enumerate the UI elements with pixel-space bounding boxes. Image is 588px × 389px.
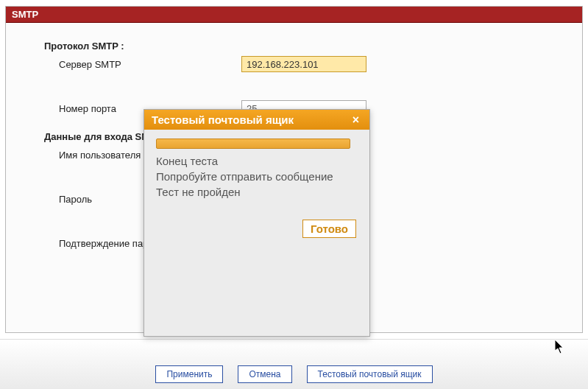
progress-bar — [156, 139, 350, 149]
cancel-button[interactable]: Отмена — [238, 365, 291, 383]
apply-button[interactable]: Применить — [155, 365, 223, 383]
dialog-line-2: Попробуйте отправить сообщение — [156, 169, 358, 184]
test-mailbox-dialog: Тестовый почтовый ящик × Конец теста Поп… — [144, 109, 370, 337]
server-input[interactable] — [241, 56, 366, 72]
dialog-body: Конец теста Попробуйте отправить сообщен… — [144, 130, 369, 336]
row-server: Сервер SMTP — [21, 56, 567, 72]
dialog-line-1: Конец теста — [156, 153, 358, 169]
panel-title: SMTP — [6, 7, 582, 23]
close-icon[interactable]: × — [350, 114, 362, 126]
done-button[interactable]: Готово — [302, 220, 356, 238]
footer-bar: Применить Отмена Тестовый почтовый ящик — [0, 339, 588, 389]
test-mailbox-button[interactable]: Тестовый почтовый ящик — [307, 365, 433, 383]
protocol-section-label: Протокол SMTP : — [44, 41, 567, 52]
dialog-title-text: Тестовый почтовый ящик — [152, 113, 294, 126]
server-label: Сервер SMTP — [21, 59, 241, 70]
dialog-line-3: Тест не пройден — [156, 184, 358, 200]
dialog-titlebar[interactable]: Тестовый почтовый ящик × — [144, 110, 369, 130]
